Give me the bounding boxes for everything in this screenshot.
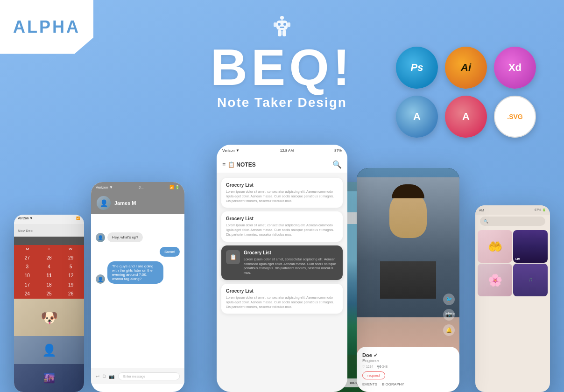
gallery-search-bar[interactable]: 🔍 [480, 217, 545, 226]
note-title-1: Grocery List [226, 182, 338, 188]
main-container: ALPHA BEQ! Note Taker Design Ps [0, 0, 564, 392]
note-card-1[interactable]: Grocery List Lorem ipsum dolor sit amet,… [221, 178, 343, 208]
cal-dog-image: 🐶 [14, 299, 84, 336]
note-body-3: Lorem ipsum dolor sit amet, consectetur … [244, 257, 338, 275]
chat-contact-avatar: 👤 [97, 196, 111, 210]
chat-input-field[interactable]: Enter message [118, 372, 180, 380]
bubble-text-2: The guys and I are going with the girls … [107, 261, 163, 284]
note-title-2: Grocery List [226, 216, 338, 221]
gallery-status: AM 67% 🔋 [475, 205, 550, 215]
chat-header: 👤 James M [91, 192, 184, 214]
phone-notes: Verizon ▼ 12:8 AM 87% ≡ 📋 NOTES 🔍 Grocer… [217, 145, 347, 392]
alpha-badge: ALPHA [0, 0, 93, 54]
note-title-3: Grocery List [244, 250, 338, 255]
phone-chat: Verizon ▼ J... 📶 🔋 👤 James M 👤 Hey, what… [91, 182, 184, 392]
comment-count: 💬 348 [377, 365, 388, 369]
header-section: BEQ! Note Taker Design [142, 14, 422, 110]
svg-rect-4 [280, 27, 284, 28]
biography-tab[interactable]: BIOGRAPHY [382, 382, 404, 386]
chat-contact-name: James M [114, 200, 136, 206]
sender-avatar-1: 👤 [96, 233, 105, 242]
note-body-1: Lorem ipsum dolor sit amet, consectetur … [226, 189, 338, 203]
gallery-search: 🔍 [475, 215, 550, 228]
notes-header-title: 📋 NOTES [228, 161, 256, 168]
notes-status-battery: 87% [334, 148, 342, 153]
bubble-text-1: Hey, what's up? [107, 232, 143, 242]
cal-status-bar: Verizon ▼ 📶 [14, 215, 84, 224]
social-profile-name: Doe ✓ [362, 352, 454, 358]
social-profile-title: Engineer [362, 358, 454, 363]
chat-input-area[interactable]: ↩ 🗓 📷 Enter message [91, 368, 184, 384]
cal-city-image: 🌆 [14, 364, 84, 392]
svg-point-2 [278, 23, 281, 26]
chat-message-received-1: 👤 Hey, what's up? [96, 232, 143, 242]
chat-attachment-icons: ↩ 🗓 📷 [96, 374, 114, 379]
notes-header: ≡ 📋 NOTES 🔍 [217, 156, 347, 173]
notes-status-left: Verizon ▼ [222, 148, 240, 153]
note-card-2[interactable]: Grocery List Lorem ipsum dolor sit amet,… [221, 211, 343, 241]
social-bottom-card: Doe ✓ Engineer ♡ 1234 💬 348 request EVEN… [357, 347, 459, 392]
social-profile-tabs: EVENTS BIOGRAPHY [362, 382, 454, 386]
chat-body: 👤 Hey, what's up? Same! 👤 The guys and I… [91, 214, 184, 368]
twitter-icon[interactable]: 🐦 [443, 294, 455, 305]
svg-rect-1 [276, 21, 288, 30]
chat-message-sent-1: Same! [160, 247, 180, 257]
svg-rect-5 [282, 20, 282, 21]
phones-container: Verizon ▼ 📶 Nov Dec M T W 272829 345 101… [0, 149, 564, 392]
phone-gallery: AM 67% 🔋 🔍 🤲 LIM 🌸 [475, 205, 550, 392]
gallery-item-2[interactable]: LIM [513, 230, 548, 263]
notes-body: Grocery List Lorem ipsum dolor sit amet,… [217, 173, 347, 318]
affinity-designer-icon[interactable]: A [396, 96, 438, 138]
phone-calendar: Verizon ▼ 📶 Nov Dec M T W 272829 345 101… [14, 215, 84, 392]
software-icons-grid: Ps Ai Xd A A .SVG [396, 47, 536, 138]
cal-days-header: M T W [14, 245, 84, 253]
note-card-4[interactable]: Grocery List Lorem ipsum dolor sit amet,… [221, 284, 343, 314]
svg-rect-8 [278, 30, 282, 36]
notes-search-icon[interactable]: 🔍 [332, 160, 342, 169]
brand-title: BEQ! [142, 42, 422, 93]
notes-status-bar: Verizon ▼ 12:8 AM 87% [217, 145, 347, 156]
alpha-label: ALPHA [13, 17, 80, 37]
svg-rect-9 [282, 30, 286, 36]
gallery-item-1[interactable]: 🤲 [478, 230, 512, 263]
events-tab[interactable]: EVENTS [362, 382, 377, 386]
note-body-2: Lorem ipsum dolor sit amet, consectetur … [226, 223, 338, 237]
sender-avatar-2: 👤 [96, 274, 105, 284]
follow-request-button[interactable]: request [362, 371, 385, 379]
xd-icon[interactable]: Xd [494, 47, 536, 89]
svg-rect-6 [274, 22, 276, 27]
note-icon-3: 📋 [226, 250, 240, 264]
notes-status-time: 12:8 AM [280, 148, 294, 153]
svg-rect-7 [288, 22, 290, 27]
cal-person-image: 👤 [14, 336, 84, 364]
svg-point-3 [283, 23, 286, 26]
illustrator-icon[interactable]: Ai [445, 47, 487, 89]
photoshop-icon[interactable]: Ps [396, 47, 438, 89]
chat-message-received-2: 👤 The guys and I are going with the girl… [96, 261, 163, 284]
note-body-4: Lorem ipsum dolor sit amet, consectetur … [226, 295, 338, 309]
cal-header: Nov Dec [14, 224, 84, 237]
chat-status-bar: Verizon ▼ J... 📶 🔋 [91, 182, 184, 192]
robot-icon [142, 14, 422, 42]
note-title-4: Grocery List [226, 288, 338, 294]
svg-icon[interactable]: .SVG [494, 96, 536, 138]
svg-point-0 [280, 16, 284, 20]
bubble-text-sent-1: Same! [160, 247, 180, 257]
gallery-grid: 🤲 LIM 🌸 🎵 [475, 228, 550, 299]
gallery-item-3[interactable]: 🌸 [478, 264, 512, 296]
affinity-photo-icon[interactable]: A [445, 96, 487, 138]
gallery-item-4[interactable]: 🎵 [513, 264, 548, 296]
notification-icon[interactable]: 🔔 [443, 324, 455, 336]
notes-title: ≡ 📋 NOTES [222, 161, 256, 168]
like-count: ♡ 1234 [362, 365, 374, 369]
social-likes: ♡ 1234 💬 348 [362, 365, 454, 369]
phone-social: 🐦 📷 🔔 ts here Doe ✓ Engineer ♡ 1234 💬 34… [357, 168, 459, 392]
brand-subtitle: Note Taker Design [142, 95, 422, 110]
note-card-3-dark[interactable]: 📋 Grocery List Lorem ipsum dolor sit ame… [221, 245, 343, 280]
cal-grid: 272829 345 101112 171819 242526 [14, 253, 84, 299]
